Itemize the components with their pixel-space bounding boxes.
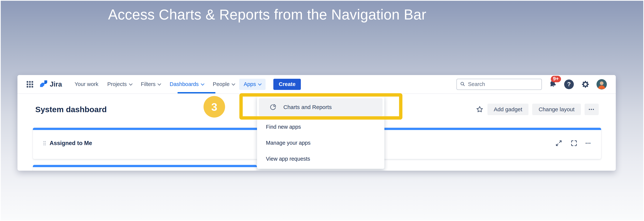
fullscreen-icon (570, 140, 578, 147)
second-gadget-partial (33, 165, 257, 171)
nav-item-label: Your work (75, 81, 98, 87)
chevron-down-icon (201, 82, 204, 86)
gadget-actions: ••• (555, 140, 591, 147)
step-number-badge: 3 (204, 96, 225, 118)
tutorial-slide: Access Charts & Reports from the Navigat… (0, 0, 644, 221)
user-avatar[interactable] (596, 79, 607, 90)
jira-screenshot: Jira Your work Projects Filters Dashboar… (18, 75, 616, 171)
expand-gadget-button[interactable] (555, 140, 562, 147)
nav-item-people[interactable]: People (208, 79, 239, 90)
search-icon (460, 81, 465, 88)
nav-item-label: Filters (141, 81, 156, 87)
dashboard-more-button[interactable]: ••• (584, 104, 599, 115)
change-layout-button[interactable]: Change layout (532, 104, 581, 115)
navbar-left-group: Jira Your work Projects Filters Dashboar… (18, 79, 301, 90)
search-input[interactable] (468, 81, 538, 88)
question-mark-icon: ? (567, 81, 571, 88)
nav-item-apps[interactable]: Apps (239, 79, 266, 90)
chevron-down-icon (158, 82, 161, 86)
gadget-more-button[interactable]: ••• (586, 141, 591, 146)
nav-item-filters[interactable]: Filters (136, 79, 165, 90)
navbar-right-group: 9+ ? (456, 79, 616, 90)
menu-item-find-new-apps[interactable]: Find new apps (257, 121, 384, 133)
top-navbar: Jira Your work Projects Filters Dashboar… (18, 75, 616, 94)
page-title: System dashboard (35, 105, 107, 114)
gear-icon (580, 80, 590, 89)
jira-logo-text: Jira (50, 80, 62, 88)
nav-item-your-work[interactable]: Your work (70, 79, 103, 90)
fullscreen-gadget-button[interactable] (570, 140, 578, 147)
chevron-down-icon (129, 82, 132, 86)
highlight-rectangle (239, 93, 402, 120)
menu-item-view-app-requests[interactable]: View app requests (257, 153, 384, 165)
chevron-down-icon (258, 82, 262, 86)
help-button[interactable]: ? (564, 80, 574, 89)
slide-title: Access Charts & Reports from the Navigat… (108, 6, 426, 23)
jira-logo[interactable]: Jira (39, 80, 62, 89)
star-icon (476, 105, 484, 114)
settings-button[interactable] (580, 80, 590, 89)
nav-item-label: Apps (244, 81, 256, 87)
gadget-title: Assigned to Me (50, 140, 92, 146)
nav-item-label: Dashboards (170, 81, 198, 87)
notifications-button[interactable]: 9+ (548, 80, 558, 89)
notification-count-badge: 9+ (551, 76, 561, 82)
drag-handle-icon[interactable] (43, 140, 46, 146)
nav-item-dashboards[interactable]: Dashboards (165, 79, 208, 90)
nav-item-label: Projects (107, 81, 127, 87)
create-button[interactable]: Create (273, 79, 301, 90)
gadget-accent-strip (33, 165, 257, 167)
search-box[interactable] (456, 79, 542, 90)
nav-item-projects[interactable]: Projects (103, 79, 136, 90)
nav-item-label: People (213, 81, 230, 87)
chevron-down-icon (232, 82, 235, 86)
jira-logo-icon (39, 80, 48, 89)
app-switcher-icon[interactable] (26, 80, 34, 88)
favorite-star-button[interactable] (476, 105, 484, 114)
menu-item-manage-your-apps[interactable]: Manage your apps (257, 137, 384, 149)
diagonal-arrows-icon (555, 140, 562, 147)
add-gadget-button[interactable]: Add gadget (488, 104, 528, 115)
dashboards-active-underline (178, 92, 216, 94)
